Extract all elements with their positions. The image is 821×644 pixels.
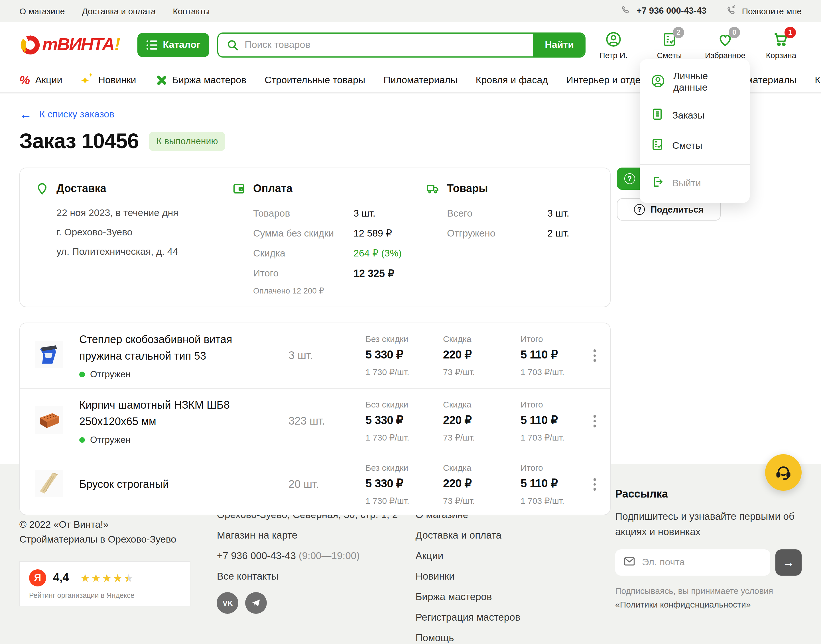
footer-link-masters-reg[interactable]: Регистрация мастеров — [415, 612, 615, 624]
copyright-line: © 2022 «От Винта!» — [19, 517, 217, 533]
cart-button[interactable]: 1 Корзина — [761, 31, 802, 60]
payment-section: Оплата Товаров 3 шт. Сумма без скидки 12… — [232, 182, 426, 295]
user-icon — [605, 31, 622, 48]
nav-item-new[interactable]: ✦ Новинки — [80, 74, 136, 87]
footer-link-masters[interactable]: Биржа мастеров — [415, 591, 615, 603]
share-icon: ? — [634, 204, 645, 215]
truck-icon — [426, 182, 440, 195]
telegram-icon[interactable] — [246, 592, 267, 614]
row-menu-button[interactable] — [588, 412, 602, 430]
store-logo[interactable]: тВИНТА! — [19, 34, 120, 56]
map-pin-icon — [35, 182, 49, 195]
product-name[interactable]: Степлер скобозабивной витая пружина стал… — [79, 332, 276, 364]
status-dot — [79, 437, 85, 443]
footer-link-new[interactable]: Новинки — [415, 570, 615, 583]
price-discount: Скидка 220 ₽ 73 ₽/шт. — [430, 400, 508, 443]
menu-item-estimates[interactable]: Сметы — [640, 130, 750, 161]
order-items-card: Степлер скобозабивной витая пружина стал… — [19, 323, 611, 515]
menu-item-orders[interactable]: Заказы — [640, 100, 750, 130]
sparkles-icon: ✦ — [80, 74, 93, 87]
search-input[interactable] — [245, 34, 533, 57]
email-field[interactable] — [642, 557, 762, 569]
rating-score: 4,4 — [53, 571, 69, 584]
menu-item-logout[interactable]: Выйти — [640, 168, 750, 198]
account-button[interactable]: Петр И. — [593, 31, 634, 60]
back-to-orders-link[interactable]: ← К списку заказов — [19, 108, 114, 121]
callback-block[interactable]: Позвоните мне — [726, 5, 802, 17]
catalog-button[interactable]: Каталог — [137, 33, 209, 57]
price-total: Итого 5 110 ₽ 1 703 ₽/шт. — [508, 463, 588, 506]
price-no-discount: Без скидки 5 330 ₽ 1 730 ₽/шт. — [353, 334, 430, 377]
all-contacts-link[interactable]: Все контакты — [217, 570, 416, 583]
vk-icon[interactable]: VK — [217, 592, 239, 614]
table-row: Степлер скобозабивной витая пружина стал… — [20, 323, 610, 388]
estimates-icon — [651, 137, 664, 154]
subscribe-button[interactable]: → — [775, 550, 802, 576]
status-dot — [79, 372, 85, 377]
footer-link-delivery[interactable]: Доставка и оплата — [415, 529, 615, 541]
nav-item-roofing[interactable]: Кровля и фасад — [476, 75, 548, 86]
privacy-policy-link[interactable]: «Политики конфиденциальности» — [615, 599, 750, 609]
product-qty: 323 шт. — [276, 415, 353, 428]
yandex-rating-widget[interactable]: Я 4,4 ★★★★★★★★★★ Рейтинг организации в Я… — [19, 561, 190, 606]
page-title: Заказ 10456 — [19, 129, 139, 153]
repeat-icon: ? — [624, 173, 635, 184]
goods-section: Товары Всего 3 шт. Отгружено 2 шт. — [426, 182, 597, 295]
nav-item-building[interactable]: Строительные товары — [264, 75, 365, 86]
phone-icon — [621, 5, 631, 17]
nav-item-promotions[interactable]: % Акции — [19, 74, 62, 87]
paid-note: Оплачено 12 200 ₽ — [253, 286, 402, 295]
map-link[interactable]: Магазин на карте — [217, 529, 416, 541]
price-total: Итого 5 110 ₽ 1 703 ₽/шт. — [508, 334, 588, 377]
wallet-icon — [232, 182, 246, 195]
product-qty: 20 шт. — [276, 478, 353, 491]
user-dropdown-menu: Личные данные Заказы Сметы Выйти — [640, 59, 750, 203]
nav-item-masters[interactable]: Биржа мастеров — [155, 74, 247, 87]
topbar-link-about[interactable]: О магазине — [19, 6, 65, 16]
row-menu-button[interactable] — [588, 347, 602, 364]
delivery-street: ул. Политехническая, д. 44 — [57, 242, 178, 262]
favorites-button[interactable]: 0 Избранное — [705, 31, 746, 60]
back-arrow-icon: ← — [19, 108, 32, 121]
phone-block[interactable]: +7 936 000-43-43 — [621, 5, 707, 17]
price-no-discount: Без скидки 5 330 ₽ 1 730 ₽/шт. — [353, 400, 430, 443]
copyright-line2: Стройматериалы в Орехово-Зуево — [19, 533, 217, 548]
footer-phone[interactable]: +7 936 000-43-43 (9:00—19:00) — [217, 550, 416, 562]
user-icon — [651, 73, 665, 91]
estimates-button[interactable]: 2 Сметы — [649, 31, 690, 60]
support-chat-button[interactable] — [765, 454, 802, 491]
yandex-icon: Я — [29, 569, 46, 586]
topbar-link-delivery[interactable]: Доставка и оплата — [82, 6, 156, 16]
nav-item-lumber[interactable]: Пиломатериалы — [384, 75, 457, 86]
percent-icon: % — [19, 74, 30, 87]
footer-link-promotions[interactable]: Акции — [415, 550, 615, 562]
row-menu-button[interactable] — [588, 476, 602, 493]
logo-text: тВИНТА — [42, 34, 114, 55]
goods-row: Отгружено 2 шт. — [447, 224, 569, 243]
goods-row: Всего 3 шт. — [447, 204, 569, 224]
topbar-link-contacts[interactable]: Контакты — [173, 6, 210, 16]
footer-link-help[interactable]: Помощь — [415, 632, 615, 644]
product-image-stapler — [35, 341, 63, 368]
logo-icon — [19, 34, 41, 56]
price-no-discount: Без скидки 5 330 ₽ 1 730 ₽/шт. — [353, 463, 430, 506]
payment-row-discount: Скидка 264 ₽ (3%) — [253, 243, 402, 263]
estimates-badge: 2 — [673, 26, 684, 38]
payment-title: Оплата — [253, 182, 402, 195]
search-bar: Найти — [217, 32, 586, 58]
product-name[interactable]: Кирпич шамотный НЗКМ ШБ8 250х120х65 мм — [79, 397, 276, 430]
nav-item-fasteners[interactable]: Крепеж — [815, 75, 821, 86]
product-name[interactable]: Брусок строганый — [79, 477, 276, 493]
rating-stars: ★★★★★★★★★★ — [80, 571, 135, 584]
favorites-badge: 0 — [729, 26, 740, 38]
table-row: Кирпич шамотный НЗКМ ШБ8 250х120х65 мм О… — [20, 388, 610, 454]
delivery-date: 22 ноя 2023, в течение дня — [57, 204, 178, 223]
search-submit-button[interactable]: Найти — [533, 32, 586, 58]
heart-icon: 0 — [717, 31, 734, 48]
price-discount: Скидка 220 ₽ 73 ₽/шт. — [430, 334, 508, 377]
rating-caption: Рейтинг организации в Яндексе — [29, 591, 181, 599]
menu-item-personal-data[interactable]: Личные данные — [640, 64, 750, 100]
header-icons: Петр И. 2 Сметы 0 Избранное 1 — [593, 31, 802, 60]
logout-icon — [651, 175, 664, 192]
newsletter-note: Подписываясь, вы принимаете условия «Пол… — [615, 584, 802, 611]
